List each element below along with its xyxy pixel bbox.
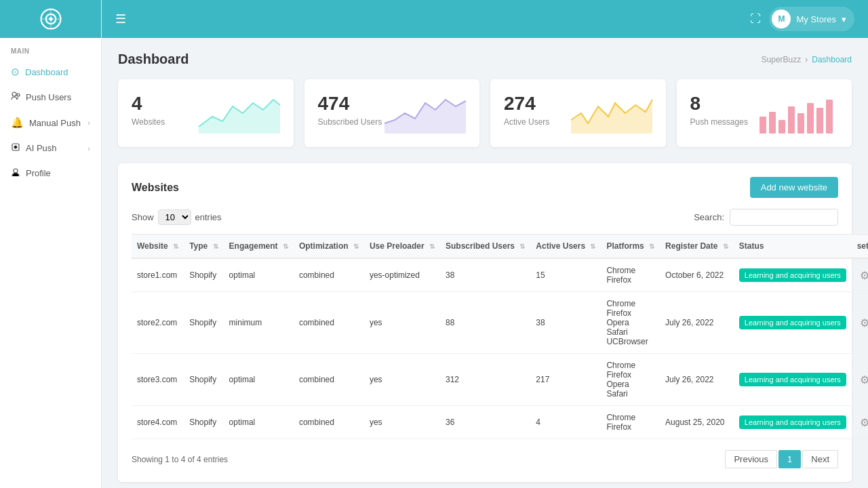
status-badge: Learning and acquiring users [739, 316, 846, 329]
stat-number-websites: 4 [132, 93, 165, 115]
user-menu[interactable]: M My Stores ▾ [769, 7, 854, 31]
show-label: Show [132, 212, 154, 222]
ai-push-icon [11, 142, 20, 154]
sort-icon: ⇅ [649, 243, 654, 250]
sort-icon: ⇅ [283, 243, 288, 250]
sidebar-item-ai-push[interactable]: AI Push › [0, 136, 101, 161]
sidebar-section-label: MAIN [0, 38, 101, 59]
next-button[interactable]: Next [802, 450, 838, 468]
user-label: My Stores [796, 14, 836, 24]
settings-icon[interactable]: ⚙ [857, 316, 868, 330]
stat-number-subscribed: 474 [318, 93, 382, 115]
table-controls: Show 10 25 50 entries Search: [132, 209, 838, 226]
cell-type: Shopify [184, 354, 223, 406]
cell-use-preloader: yes [364, 354, 440, 406]
col-platforms: Platforms ⇅ [601, 235, 660, 259]
breadcrumb-current: Dashboard [812, 55, 852, 64]
stat-info-push: 8 Push messages [690, 93, 748, 127]
cell-active-users: 217 [530, 354, 601, 406]
sidebar-item-label: Manual Push [29, 118, 81, 128]
stat-number-active: 274 [504, 93, 549, 115]
websites-table-section: Websites Add new website Show 10 25 50 e… [118, 163, 852, 482]
col-use-preloader: Use Preloader ⇅ [364, 235, 440, 259]
entries-label: entries [195, 212, 222, 222]
prev-button[interactable]: Previous [725, 450, 777, 468]
cell-website: store2.com [132, 292, 184, 354]
stat-chart-subscribed [384, 93, 466, 134]
data-table: Website ⇅ Type ⇅ Engagement ⇅ Optimizati… [132, 234, 868, 439]
cell-subscribed-users: 312 [440, 354, 530, 406]
sort-icon: ⇅ [173, 243, 178, 250]
cell-register-date: August 25, 2020 [660, 406, 734, 439]
col-subscribed-users: Subscribed Users ⇅ [440, 235, 530, 259]
cell-optimization: combined [294, 258, 364, 292]
fullscreen-icon[interactable]: ⛶ [750, 13, 761, 25]
table-row: store4.comShopifyoptimalcombinedyes364Ch… [132, 406, 868, 439]
cell-settings: ⚙ [852, 292, 868, 354]
svg-rect-13 [760, 117, 766, 134]
hamburger-icon[interactable]: ☰ [115, 12, 126, 26]
sidebar-item-push-users[interactable]: Push Users [0, 85, 101, 110]
cell-register-date: October 6, 2022 [660, 258, 734, 292]
cell-use-preloader: yes [364, 292, 440, 354]
cell-settings: ⚙ [852, 258, 868, 292]
cell-status: Learning and acquiring users [734, 258, 852, 292]
topbar: ☰ ⛶ M My Stores ▾ [102, 0, 868, 38]
col-optimization: Optimization ⇅ [294, 235, 364, 259]
cell-optimization: combined [294, 406, 364, 439]
cell-use-preloader: yes [364, 406, 440, 439]
pagination-info: Showing 1 to 4 of 4 entries [132, 455, 228, 464]
cell-optimization: combined [294, 354, 364, 406]
profile-icon [11, 167, 20, 179]
cell-engagement: minimum [224, 292, 294, 354]
cell-engagement: optimal [224, 258, 294, 292]
svg-rect-18 [807, 103, 814, 134]
dashboard-icon: ⊙ [11, 66, 20, 78]
pagination-controls: Previous 1 Next [725, 450, 838, 468]
cell-subscribed-users: 88 [440, 292, 530, 354]
stat-chart-websites [199, 93, 280, 134]
stat-card-active: 274 Active Users [490, 79, 666, 147]
entries-select[interactable]: 10 25 50 [158, 209, 191, 225]
cell-website: store4.com [132, 406, 184, 439]
sidebar-item-profile[interactable]: Profile [0, 161, 101, 186]
col-register-date: Register Date ⇅ [660, 235, 734, 259]
svg-marker-12 [571, 100, 652, 134]
app-container: MAIN ⊙ Dashboard Push Users 🔔 Manual Pus… [0, 0, 868, 488]
col-active-users: Active Users ⇅ [530, 235, 601, 259]
page-content: Dashboard SuperBuzz › Dashboard 4 Websit… [102, 38, 868, 488]
stat-label-websites: Websites [132, 117, 165, 127]
settings-icon[interactable]: ⚙ [857, 415, 868, 430]
search-box: Search: [694, 209, 838, 226]
svg-point-8 [14, 146, 17, 148]
col-website: Website ⇅ [132, 235, 184, 259]
stats-row: 4 Websites 474 Subscribed Users [118, 79, 852, 147]
sort-icon: ⇅ [213, 243, 218, 250]
dropdown-icon: ▾ [842, 14, 846, 24]
search-input[interactable] [730, 209, 838, 226]
avatar: M [772, 9, 791, 28]
stat-chart-push [757, 93, 838, 134]
add-website-button[interactable]: Add new website [750, 177, 838, 198]
svg-point-9 [14, 169, 18, 173]
settings-icon[interactable]: ⚙ [857, 268, 868, 283]
svg-rect-15 [778, 120, 785, 134]
page-1-button[interactable]: 1 [778, 450, 801, 468]
sidebar-item-manual-push[interactable]: 🔔 Manual Push › [0, 110, 101, 136]
page-title: Dashboard [118, 52, 189, 67]
cell-platforms: Chrome Firefox [601, 258, 660, 292]
cell-platforms: Chrome Firefox [601, 406, 660, 439]
stat-label-push: Push messages [690, 117, 748, 127]
cell-status: Learning and acquiring users [734, 406, 852, 439]
cell-status: Learning and acquiring users [734, 354, 852, 406]
sort-icon: ⇅ [429, 243, 435, 250]
breadcrumb: SuperBuzz › Dashboard [762, 55, 852, 64]
status-badge: Learning and acquiring users [739, 268, 846, 282]
sidebar-logo [0, 0, 101, 38]
settings-icon[interactable]: ⚙ [857, 373, 868, 387]
stat-card-subscribed: 474 Subscribed Users [304, 79, 480, 147]
manual-push-icon: 🔔 [11, 117, 24, 129]
cell-register-date: July 26, 2022 [660, 354, 734, 406]
sidebar-item-dashboard[interactable]: ⊙ Dashboard [0, 59, 101, 85]
cell-website: store3.com [132, 354, 184, 406]
